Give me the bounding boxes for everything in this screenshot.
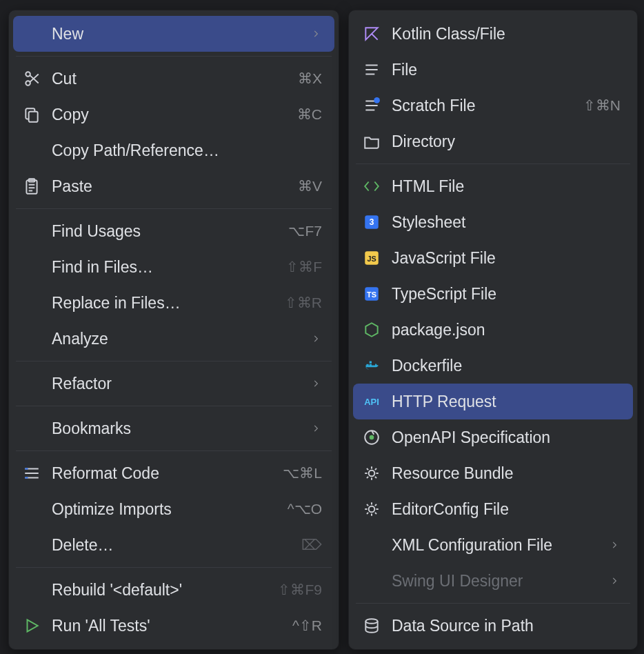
shortcut: ⌘X xyxy=(298,70,322,87)
menu-item-delete[interactable]: Delete…⌦ xyxy=(13,527,334,563)
kotlin-icon xyxy=(363,25,392,43)
datasource-icon xyxy=(363,617,392,635)
separator xyxy=(356,603,630,604)
menu-item-replace-in-files[interactable]: Replace in Files…⇧⌘R xyxy=(13,285,334,321)
menu-item-scratch-file[interactable]: Scratch File⇧⌘N xyxy=(353,88,633,123)
shortcut: ⌘C xyxy=(297,106,322,123)
menu-item-xml-configuration-file[interactable]: XML Configuration File xyxy=(353,527,633,563)
shortcut: ⇧⌘N xyxy=(583,97,621,114)
menu-item-http-request[interactable]: APIHTTP Request xyxy=(353,384,633,419)
svg-point-6 xyxy=(374,97,380,103)
svg-point-20 xyxy=(369,506,375,513)
menu-item-data-source-in-path[interactable]: Data Source in Path xyxy=(353,608,633,644)
shortcut: ⌘V xyxy=(298,178,322,195)
copy-icon xyxy=(23,106,52,123)
svg-text:API: API xyxy=(364,397,379,407)
menu-item-label: Copy xyxy=(52,106,289,124)
menu-item-label: Swing UI Designer xyxy=(392,572,608,591)
menu-item-label: Refactor xyxy=(52,375,310,393)
menu-item-copy-path-reference[interactable]: Copy Path/Reference… xyxy=(13,132,334,168)
menu-item-label: Find Usages xyxy=(52,222,280,241)
menu-item-label: Replace in Files… xyxy=(52,294,276,313)
menu-item-label: Find in Files… xyxy=(52,258,278,277)
menu-item-label: New xyxy=(52,25,310,43)
separator xyxy=(16,406,332,406)
js-icon: JS xyxy=(363,249,392,267)
separator xyxy=(16,56,332,57)
menu-item-package-json[interactable]: package.json xyxy=(353,312,633,348)
menu-item-swing-ui-designer: Swing UI Designer xyxy=(353,563,633,599)
reformat-icon xyxy=(23,464,52,482)
chevron-right-icon xyxy=(310,379,322,388)
chevron-right-icon xyxy=(310,29,322,39)
shortcut: ⌥F7 xyxy=(288,223,322,239)
menu-item-directory[interactable]: Directory xyxy=(353,123,633,159)
menu-item-copy[interactable]: Copy⌘C xyxy=(13,97,334,132)
shortcut: ⇧⌘F9 xyxy=(278,582,322,598)
separator xyxy=(16,361,332,361)
menu-item-label: Data Source in Path xyxy=(392,617,621,635)
menu-item-kotlin-class-file[interactable]: Kotlin Class/File xyxy=(353,16,633,52)
menu-item-resource-bundle[interactable]: Resource Bundle xyxy=(353,455,633,491)
scratch-icon xyxy=(363,97,392,115)
menu-item-reformat-code[interactable]: Reformat Code⌥⌘L xyxy=(13,455,334,491)
shortcut: ⌥⌘L xyxy=(283,465,322,482)
separator xyxy=(16,567,332,568)
menu-item-html-file[interactable]: HTML File xyxy=(353,168,633,204)
menu-item-cut[interactable]: Cut⌘X xyxy=(13,61,334,97)
html-icon xyxy=(363,177,392,195)
menu-item-label: Resource Bundle xyxy=(392,464,621,483)
menu-item-label: Analyze xyxy=(52,330,310,348)
menu-item-dockerfile[interactable]: Dockerfile xyxy=(353,348,633,384)
menu-item-typescript-file[interactable]: TSTypeScript File xyxy=(353,276,633,312)
menu-item-bookmarks[interactable]: Bookmarks xyxy=(13,410,334,446)
docker-icon xyxy=(363,357,392,375)
menu-item-javascript-file[interactable]: JSJavaScript File xyxy=(353,240,633,276)
menu-item-stylesheet[interactable]: 3Stylesheet xyxy=(353,204,633,240)
menu-item-label: XML Configuration File xyxy=(392,536,608,555)
svg-rect-13 xyxy=(366,364,368,366)
shortcut: ^⌥O xyxy=(288,501,322,517)
menu-item-optimize-imports[interactable]: Optimize Imports^⌥O xyxy=(13,491,334,527)
menu-item-run-all-tests[interactable]: Run 'All Tests'^⇧R xyxy=(13,608,334,644)
svg-rect-3 xyxy=(29,112,38,122)
svg-text:3: 3 xyxy=(370,217,374,227)
menu-item-label: Scratch File xyxy=(392,97,575,115)
menu-item-label: Cut xyxy=(52,70,290,88)
shortcut: ^⇧R xyxy=(292,617,322,634)
folder-icon xyxy=(363,132,392,150)
svg-point-21 xyxy=(365,619,377,624)
menu-item-label: TypeScript File xyxy=(392,285,621,304)
menu-item-analyze[interactable]: Analyze xyxy=(13,321,334,357)
menu-item-paste[interactable]: Paste⌘V xyxy=(13,168,334,204)
context-menu: NewCut⌘XCopy⌘CCopy Path/Reference…Paste⌘… xyxy=(8,10,339,650)
separator xyxy=(16,208,332,209)
menu-item-rebuild-default[interactable]: Rebuild '<default>'⇧⌘F9 xyxy=(13,572,334,608)
menu-item-label: Kotlin Class/File xyxy=(392,25,621,43)
new-submenu: Kotlin Class/FileFileScratch File⇧⌘NDire… xyxy=(348,10,638,650)
gear-icon xyxy=(363,464,392,482)
shortcut: ⌦ xyxy=(301,537,322,553)
menu-item-label: Optimize Imports xyxy=(52,500,279,519)
menu-item-openapi-specification[interactable]: OpenAPI Specification xyxy=(353,419,633,455)
menu-item-label: Copy Path/Reference… xyxy=(52,141,322,160)
menu-item-label: Paste xyxy=(52,177,290,196)
shortcut: ⇧⌘F xyxy=(286,259,322,275)
node-icon xyxy=(363,321,392,339)
svg-point-19 xyxy=(369,470,375,477)
menu-item-find-in-files[interactable]: Find in Files…⇧⌘F xyxy=(13,249,334,285)
chevron-right-icon xyxy=(608,540,621,550)
menu-item-label: Dockerfile xyxy=(392,357,621,375)
separator xyxy=(16,450,332,451)
menu-item-find-usages[interactable]: Find Usages⌥F7 xyxy=(13,213,334,249)
menu-item-new[interactable]: New xyxy=(13,16,334,52)
menu-item-label: Rebuild '<default>' xyxy=(52,581,270,600)
menu-item-label: OpenAPI Specification xyxy=(392,428,621,447)
svg-rect-14 xyxy=(370,364,372,366)
chevron-right-icon xyxy=(608,576,621,586)
menu-item-file[interactable]: File xyxy=(353,52,633,88)
menu-item-label: Run 'All Tests' xyxy=(52,617,284,635)
menu-item-editorconfig-file[interactable]: EditorConfig File xyxy=(353,491,633,527)
menu-item-refactor[interactable]: Refactor xyxy=(13,366,334,402)
menu-item-label: Delete… xyxy=(52,536,293,555)
